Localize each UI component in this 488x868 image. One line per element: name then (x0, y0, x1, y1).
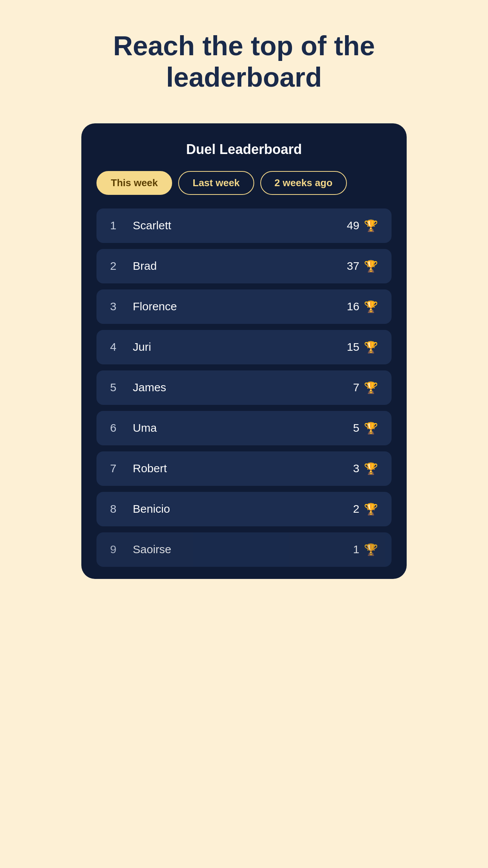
trophy-icon: 🏆 (364, 422, 378, 435)
row-left: 5 James (110, 381, 166, 394)
rank-1: 1 (110, 219, 122, 232)
score-7: 3 (353, 462, 359, 475)
table-row: 9 Saoirse 1 🏆 (96, 532, 392, 567)
leaderboard-list: 1 Scarlett 49 🏆 2 Brad 37 🏆 3 Florence (96, 208, 392, 567)
row-left: 9 Saoirse (110, 543, 171, 556)
leaderboard-title: Duel Leaderboard (96, 142, 392, 157)
rank-7: 7 (110, 462, 122, 475)
score-6: 5 (353, 422, 359, 434)
row-right: 2 🏆 (353, 502, 378, 516)
row-left: 2 Brad (110, 260, 157, 272)
table-row: 2 Brad 37 🏆 (96, 249, 392, 283)
rank-5: 5 (110, 381, 122, 394)
rank-8: 8 (110, 502, 122, 515)
row-right: 3 🏆 (353, 462, 378, 475)
name-saoirse: Saoirse (133, 543, 171, 556)
name-benicio: Benicio (133, 502, 170, 515)
name-florence: Florence (133, 300, 177, 313)
tab-this-week[interactable]: This week (96, 171, 172, 195)
table-row: 1 Scarlett 49 🏆 (96, 208, 392, 243)
rank-6: 6 (110, 422, 122, 434)
trophy-icon: 🏆 (364, 341, 378, 354)
row-right: 37 🏆 (347, 260, 378, 273)
name-uma: Uma (133, 422, 157, 434)
score-2: 37 (347, 260, 359, 272)
tab-last-week[interactable]: Last week (178, 171, 254, 195)
table-row: 6 Uma 5 🏆 (96, 411, 392, 445)
trophy-icon: 🏆 (364, 260, 378, 273)
row-right: 5 🏆 (353, 422, 378, 435)
tabs-row: This week Last week 2 weeks ago (96, 171, 392, 195)
score-5: 7 (353, 381, 359, 394)
score-1: 49 (347, 219, 359, 232)
name-brad: Brad (133, 260, 157, 272)
trophy-icon: 🏆 (364, 543, 378, 556)
row-right: 1 🏆 (353, 543, 378, 556)
table-row: 7 Robert 3 🏆 (96, 451, 392, 486)
row-left: 3 Florence (110, 300, 177, 313)
page-title: Reach the top of the leaderboard (113, 30, 375, 93)
table-row: 3 Florence 16 🏆 (96, 289, 392, 324)
trophy-icon: 🏆 (364, 300, 378, 313)
row-right: 49 🏆 (347, 219, 378, 232)
score-4: 15 (347, 341, 359, 353)
table-row: 8 Benicio 2 🏆 (96, 492, 392, 526)
row-left: 4 Juri (110, 341, 151, 353)
row-right: 16 🏆 (347, 300, 378, 313)
rank-3: 3 (110, 300, 122, 313)
name-scarlett: Scarlett (133, 219, 171, 232)
name-james: James (133, 381, 166, 394)
table-row: 5 James 7 🏆 (96, 370, 392, 405)
row-left: 7 Robert (110, 462, 167, 475)
row-left: 8 Benicio (110, 502, 170, 515)
rank-4: 4 (110, 341, 122, 353)
name-robert: Robert (133, 462, 167, 475)
trophy-icon: 🏆 (364, 381, 378, 394)
score-8: 2 (353, 502, 359, 515)
trophy-icon: 🏆 (364, 462, 378, 475)
trophy-icon: 🏆 (364, 219, 378, 232)
tab-2-weeks-ago[interactable]: 2 weeks ago (260, 171, 347, 195)
row-right: 15 🏆 (347, 341, 378, 354)
leaderboard-card: Duel Leaderboard This week Last week 2 w… (81, 123, 407, 579)
rank-2: 2 (110, 260, 122, 272)
row-left: 6 Uma (110, 422, 157, 434)
name-juri: Juri (133, 341, 151, 353)
row-left: 1 Scarlett (110, 219, 171, 232)
table-row: 4 Juri 15 🏆 (96, 330, 392, 364)
score-9: 1 (353, 543, 359, 556)
row-right: 7 🏆 (353, 381, 378, 394)
score-3: 16 (347, 300, 359, 313)
rank-9: 9 (110, 543, 122, 556)
trophy-icon: 🏆 (364, 502, 378, 516)
